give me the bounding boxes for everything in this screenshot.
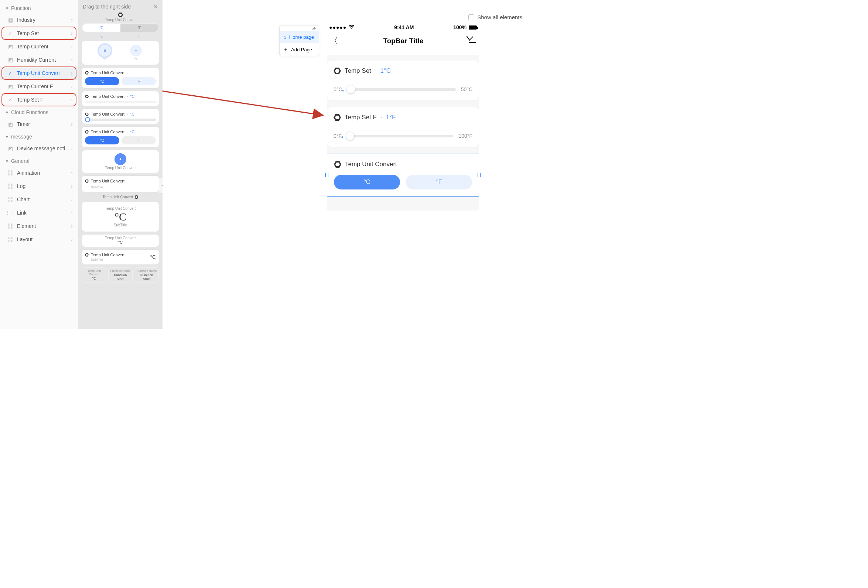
component-small-display[interactable]: Temp Unit Convert °C (82, 235, 159, 247)
hex-icon (334, 114, 341, 121)
plus-icon: ＋ (283, 46, 288, 53)
hex-icon (85, 113, 89, 116)
func-cell[interactable]: Temp Unit Convert °C (82, 267, 106, 282)
slider[interactable]: 0°F ◂ 100°F (334, 133, 472, 139)
sidebar-item-label: Humidity Current (17, 57, 56, 63)
sidebar-item-temp-current[interactable]: ◩Temp Current › (0, 40, 78, 53)
sidebar-item-humidity-current[interactable]: ◩Humidity Current › (0, 53, 78, 66)
component-value: *C (130, 130, 134, 134)
back-icon[interactable]: 〈 (330, 35, 338, 47)
hex-icon (85, 253, 89, 257)
component-slider-2[interactable]: Temp Unit Convert·*C (82, 109, 159, 124)
sidebar-item-label: Industry (17, 17, 35, 23)
sidebar: ▼ Function ▦Industry › ✓Temp Set › ◩Temp… (0, 0, 78, 329)
selection-handle-right[interactable] (478, 173, 481, 177)
sidebar-item-animation[interactable]: ╏╏Animation › (0, 166, 78, 180)
component-titled[interactable]: Temp Unit Convert SubTitle (82, 176, 159, 192)
gear-icon (115, 153, 126, 165)
radial-label: °F (130, 58, 142, 61)
svg-point-1 (105, 50, 105, 51)
sidebar-item-temp-current-f[interactable]: ◩Temp Current F › (0, 80, 78, 93)
unit-button-c[interactable]: °C (334, 175, 400, 189)
group-message[interactable]: ▼ message (0, 131, 78, 142)
slider-thumb[interactable] (85, 117, 90, 122)
card-temp-set-f[interactable]: Temp Set F · 1°F 0°F ◂ 100°F (327, 107, 479, 147)
component-title: Temp Unit Convert (91, 71, 124, 75)
pages-drag-handle[interactable] (280, 25, 319, 31)
show-all-toggle[interactable]: Show all elements (468, 14, 522, 20)
func-cell[interactable]: Function Name Function State (135, 267, 159, 282)
unit-button-f[interactable]: °F (406, 175, 472, 189)
sidebar-item-layout[interactable]: ╏╏Layout › (0, 233, 78, 246)
slider-thumb[interactable] (346, 132, 354, 140)
slider-track[interactable]: ◂ (348, 88, 456, 91)
cube-icon: ◩ (7, 83, 13, 89)
func-cell[interactable]: Function Name Function State (108, 267, 132, 282)
component-row-with-value[interactable]: Temp Unit Convert SubTitle °C (82, 250, 159, 264)
pill-f[interactable]: · (121, 136, 156, 145)
sliders-icon: ╏╏ (7, 196, 13, 202)
chevron-right-icon: › (71, 146, 73, 151)
phone-body: Temp Set · 1°C 0°C ◂ 50°C Temp Set F · (327, 55, 479, 211)
page-add[interactable]: ＋ Add Page (280, 43, 319, 56)
group-cloud-functions[interactable]: ▼ Cloud Functions (0, 106, 78, 117)
checkbox-icon[interactable] (468, 15, 474, 20)
component-gear-center[interactable]: Temp Unit Convert (82, 150, 159, 173)
seg-c[interactable]: °C (83, 24, 120, 32)
selection-handle-left[interactable] (325, 173, 328, 177)
seg-f[interactable]: °F (120, 24, 158, 32)
component-pills[interactable]: Temp Unit Convert °C °F (82, 68, 159, 88)
big-value: °C (85, 211, 156, 223)
panel-collapse-toggle[interactable]: ◂ (159, 177, 162, 194)
card-title-text: Temp Unit Convert (345, 161, 397, 168)
sidebar-item-label: Link (17, 210, 27, 216)
sidebar-item-chart[interactable]: ╏╏Chart › (0, 193, 78, 206)
component-function-cells[interactable]: Temp Unit Convert °C Function Name Funct… (82, 267, 159, 282)
components-panel-title: Drag to the right side (83, 4, 131, 10)
sidebar-item-temp-set[interactable]: ✓Temp Set › (0, 27, 78, 40)
sidebar-item-label: Temp Current (17, 44, 49, 49)
component-pill-mixed[interactable]: Temp Unit Convert·*C °C · (82, 127, 159, 147)
pill-f[interactable]: °F (121, 77, 156, 85)
sidebar-item-device-message[interactable]: ◩Device message noti... › (0, 142, 78, 155)
component-title: Temp Unit Convert (85, 207, 156, 211)
page-home[interactable]: ⌂ Home page (280, 31, 319, 43)
battery-icon (469, 25, 477, 30)
pages-popover: ⌂ Home page ＋ Add Page (279, 25, 319, 56)
sidebar-item-temp-set-f[interactable]: ✓Temp Set F › (0, 93, 78, 106)
component-big-display[interactable]: Temp Unit Convert °C SubTitle (82, 202, 159, 232)
chevron-right-icon: › (71, 121, 73, 127)
card-temp-set[interactable]: Temp Set · 1°C 0°C ◂ 50°C (327, 61, 479, 100)
sidebar-item-element[interactable]: ╏╏Element › (0, 219, 78, 233)
slider-track[interactable] (85, 101, 156, 103)
slider-track[interactable] (85, 118, 156, 121)
component-slider-1[interactable]: Temp Unit Convert·*C (82, 91, 159, 106)
chevron-right-icon: › (71, 70, 73, 76)
component-header-icon: Temp Unit Convert (82, 13, 159, 22)
group-function[interactable]: ▼ Function (0, 2, 78, 13)
edit-icon[interactable] (469, 38, 476, 44)
close-icon[interactable]: ✕ (154, 4, 158, 10)
sidebar-item-timer[interactable]: ◩Timer › (0, 117, 78, 131)
pill-c[interactable]: °C (85, 136, 119, 145)
row-value: °C (150, 254, 156, 260)
card-temp-unit-convert[interactable]: Temp Unit Convert °C °F (327, 154, 479, 196)
func-title: Function Name (137, 269, 157, 273)
group-general[interactable]: ▼ General (0, 155, 78, 166)
label-c: °C (99, 35, 103, 39)
sidebar-item-industry[interactable]: ▦Industry › (0, 13, 78, 27)
slider-max: 100°F (458, 133, 472, 139)
slider-track[interactable]: ◂ (347, 135, 453, 137)
sidebar-item-log[interactable]: ╏╏Log › (0, 180, 78, 193)
slider[interactable]: 0°C ◂ 50°C (334, 86, 472, 92)
sidebar-item-temp-unit-convert[interactable]: ✓Temp Unit Convert › (0, 66, 78, 80)
func-value: °C (84, 277, 104, 280)
pill-c[interactable]: °C (85, 77, 119, 85)
caret-down-icon: ▼ (5, 135, 9, 139)
component-radial[interactable]: °C °F (82, 41, 159, 65)
slider-thumb[interactable] (347, 85, 355, 93)
func-title: Temp Unit Convert (84, 269, 104, 276)
sidebar-item-link[interactable]: ⋮⋮Link › (0, 206, 78, 219)
component-segmented-white[interactable]: °C °F (82, 23, 159, 32)
caret-down-icon: ▼ (5, 111, 9, 114)
